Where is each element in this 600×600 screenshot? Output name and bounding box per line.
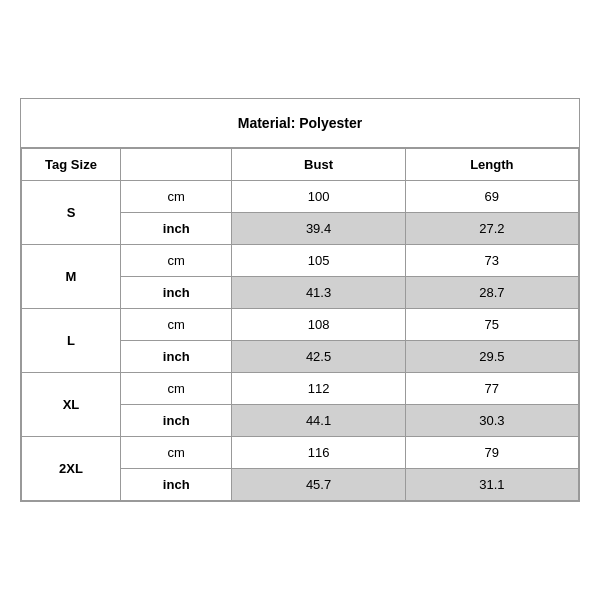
tag-size-m: M [22,245,121,309]
unit-inch: inch [121,469,232,501]
length-cm-value: 79 [405,437,578,469]
bust-cm-value: 100 [232,181,405,213]
length-cm-value: 77 [405,373,578,405]
bust-inch-value: 41.3 [232,277,405,309]
unit-header [121,149,232,181]
table-row: Mcm10573 [22,245,579,277]
size-table: Tag Size Bust Length Scm10069inch39.427.… [21,148,579,501]
bust-cm-value: 108 [232,309,405,341]
unit-inch: inch [121,277,232,309]
bust-inch-value: 42.5 [232,341,405,373]
table-row: Scm10069 [22,181,579,213]
tag-size-xl: XL [22,373,121,437]
bust-inch-value: 39.4 [232,213,405,245]
table-header-row: Tag Size Bust Length [22,149,579,181]
length-inch-value: 28.7 [405,277,578,309]
tag-size-header: Tag Size [22,149,121,181]
tag-size-l: L [22,309,121,373]
length-inch-value: 30.3 [405,405,578,437]
length-header: Length [405,149,578,181]
bust-header: Bust [232,149,405,181]
tag-size-s: S [22,181,121,245]
unit-cm: cm [121,245,232,277]
chart-title: Material: Polyester [21,99,579,148]
bust-cm-value: 112 [232,373,405,405]
table-row: 2XLcm11679 [22,437,579,469]
unit-cm: cm [121,437,232,469]
length-inch-value: 31.1 [405,469,578,501]
unit-cm: cm [121,181,232,213]
unit-inch: inch [121,213,232,245]
length-cm-value: 75 [405,309,578,341]
unit-cm: cm [121,373,232,405]
unit-cm: cm [121,309,232,341]
length-cm-value: 73 [405,245,578,277]
table-row: XLcm11277 [22,373,579,405]
unit-inch: inch [121,341,232,373]
length-inch-value: 29.5 [405,341,578,373]
size-chart-container: Material: Polyester Tag Size Bust Length… [20,98,580,502]
bust-cm-value: 105 [232,245,405,277]
length-inch-value: 27.2 [405,213,578,245]
tag-size-2xl: 2XL [22,437,121,501]
table-row: Lcm10875 [22,309,579,341]
bust-cm-value: 116 [232,437,405,469]
unit-inch: inch [121,405,232,437]
length-cm-value: 69 [405,181,578,213]
bust-inch-value: 44.1 [232,405,405,437]
bust-inch-value: 45.7 [232,469,405,501]
